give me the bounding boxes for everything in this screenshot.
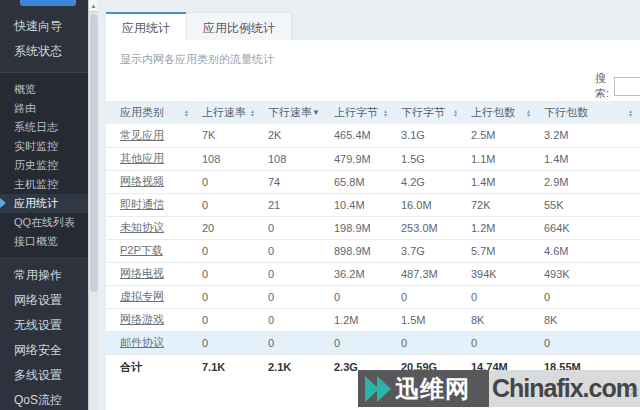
table-row[interactable]: 未知协议200198.9M253.0M1.2M664K: [106, 216, 640, 239]
sort-both-icon: ▴▾: [384, 109, 387, 117]
sidebar-item-label: 应用统计: [14, 197, 58, 209]
value-cell: 0: [196, 285, 262, 308]
value-cell: 55K: [538, 193, 640, 216]
watermark-domain-area: Chinafix.com 大: [489, 370, 640, 407]
watermark: 迅维网 Chinafix.com 大: [358, 370, 640, 407]
value-cell: 0: [395, 331, 465, 354]
sidebar-item-app-statistics[interactable]: 应用统计: [0, 194, 88, 213]
column-label: 下行包数: [544, 105, 588, 120]
value-cell: 1.4M: [465, 170, 538, 193]
scrollbar-thumb[interactable]: [90, 14, 98, 292]
sidebar-item-label: 系统状态: [14, 44, 62, 58]
value-cell: 2K: [262, 124, 328, 147]
app-category-link[interactable]: 即时通信: [120, 198, 164, 210]
sidebar-item-host-monitor[interactable]: 主机监控: [0, 175, 88, 194]
value-cell: 0: [196, 239, 262, 262]
sidebar-item-label: 快速向导: [14, 19, 62, 33]
column-header-1[interactable]: 上行速率▴▾: [196, 101, 262, 124]
table-row[interactable]: 网络视频07465.8M4.2G1.4M2.9M: [106, 170, 640, 193]
table-row[interactable]: 即时通信02110.4M16.0M72K55K: [106, 193, 640, 216]
app-category-link[interactable]: 网络游戏: [120, 313, 164, 325]
content-card: 显示内网各应用类别的流量统计 搜索: 应用类别▴▾上行速率▴▾下行速率▼上行字节…: [106, 40, 640, 410]
app-category-cell: 网络游戏: [106, 308, 196, 331]
sidebar-item-routing[interactable]: 路由: [0, 99, 88, 118]
table-row[interactable]: 虚拟专网000000: [106, 285, 640, 308]
sidebar-nav: 快速向导系统状态概览路由系统日志实时监控历史监控主机监控应用统计QQ在线列表接口…: [0, 0, 88, 410]
value-cell: 0: [196, 308, 262, 331]
app-category-link[interactable]: 常见应用: [120, 129, 164, 141]
sidebar-top-button[interactable]: [20, 0, 76, 6]
sidebar-item-qq-online-list[interactable]: QQ在线列表: [0, 213, 88, 232]
sidebar-item-label: 网络安全: [14, 343, 62, 357]
value-cell: 0: [262, 216, 328, 239]
sidebar-item-system-log[interactable]: 系统日志: [0, 118, 88, 137]
sidebar-item-label: 多线设置: [14, 368, 62, 382]
app-category-link[interactable]: 虚拟专网: [120, 290, 164, 302]
sort-both-icon: ▴▾: [251, 109, 254, 117]
vertical-scrollbar[interactable]: ▲: [88, 0, 98, 410]
table-row[interactable]: 邮件协议000000: [106, 331, 640, 354]
sidebar-item-label: 常用操作: [14, 268, 62, 282]
sidebar-item-overview[interactable]: 概览: [0, 80, 88, 99]
sidebar-item-realtime-monitor[interactable]: 实时监控: [0, 137, 88, 156]
search-input[interactable]: [614, 77, 640, 96]
scroll-up-arrow-icon[interactable]: ▲: [89, 0, 98, 12]
sidebar-item-label: QoS流控: [14, 393, 62, 407]
sort-both-icon: ▴▾: [185, 109, 188, 117]
app-category-link[interactable]: 邮件协议: [120, 336, 164, 348]
value-cell: 0: [196, 170, 262, 193]
value-cell: 7K: [196, 124, 262, 147]
table-row[interactable]: 常见应用7K2K465.4M3.1G2.5M3.2M: [106, 124, 640, 147]
column-header-4[interactable]: 下行字节▴▾: [395, 101, 465, 124]
value-cell: 4.6M: [538, 239, 640, 262]
sidebar-item-qos-control[interactable]: QoS流控: [0, 388, 88, 410]
sidebar-item-network-settings[interactable]: 网络设置: [0, 288, 88, 313]
sort-both-icon: ▴▾: [454, 109, 457, 117]
value-cell: 16.0M: [395, 193, 465, 216]
sidebar-item-common-operations[interactable]: 常用操作: [0, 263, 88, 288]
sidebar-item-label: QQ在线列表: [14, 216, 75, 228]
tab-bar: 应用统计应用比例统计: [98, 0, 640, 45]
sidebar-item-multiline-settings[interactable]: 多线设置: [0, 363, 88, 388]
table-body: 常见应用7K2K465.4M3.1G2.5M3.2M其他应用108108479.…: [106, 124, 640, 354]
sidebar-item-label: 系统日志: [14, 121, 58, 133]
value-cell: 21: [262, 193, 328, 216]
value-cell: 1.1M: [465, 147, 538, 170]
column-label: 下行字节: [401, 105, 445, 120]
app-category-link[interactable]: P2P下载: [120, 244, 163, 256]
value-cell: 0: [328, 331, 395, 354]
app-category-link[interactable]: 其他应用: [120, 152, 164, 164]
sidebar-item-interface-overview[interactable]: 接口概览: [0, 232, 88, 251]
app-category-cell: 虚拟专网: [106, 285, 196, 308]
value-cell: 108: [196, 147, 262, 170]
column-header-5[interactable]: 上行包数▴▾: [465, 101, 538, 124]
watermark-corner-text: 大: [628, 384, 639, 399]
app-category-link[interactable]: 未知协议: [120, 221, 164, 233]
sidebar-item-quick-wizard[interactable]: 快速向导: [0, 14, 88, 39]
value-cell: 1.2M: [465, 216, 538, 239]
column-header-3[interactable]: 上行字节▴▾: [328, 101, 395, 124]
table-row[interactable]: P2P下载00898.9M3.7G5.7M4.6M: [106, 239, 640, 262]
value-cell: 3.1G: [395, 124, 465, 147]
sidebar-item-network-security[interactable]: 网络安全: [0, 338, 88, 363]
value-cell: 74: [262, 170, 328, 193]
column-header-6[interactable]: 下行包数▴▾: [538, 101, 640, 124]
column-header-0[interactable]: 应用类别▴▾: [106, 101, 196, 124]
sidebar-item-system-status[interactable]: 系统状态: [0, 39, 88, 64]
value-cell: 0: [538, 331, 640, 354]
table-row[interactable]: 其他应用108108479.9M1.5G1.1M1.4M: [106, 147, 640, 170]
value-cell: 0: [262, 285, 328, 308]
app-category-link[interactable]: 网络视频: [120, 175, 164, 187]
app-category-link[interactable]: 网络电视: [120, 267, 164, 279]
column-label: 上行包数: [471, 105, 515, 120]
sidebar-item-history-monitor[interactable]: 历史监控: [0, 156, 88, 175]
sidebar-item-label: 网络设置: [14, 293, 62, 307]
column-header-2[interactable]: 下行速率▼: [262, 101, 328, 124]
value-cell: 664K: [538, 216, 640, 239]
app-category-cell: 其他应用: [106, 147, 196, 170]
value-cell: 0: [465, 331, 538, 354]
table-row[interactable]: 网络游戏001.2M1.5M8K8K: [106, 308, 640, 331]
sidebar-item-wireless-settings[interactable]: 无线设置: [0, 313, 88, 338]
table-row[interactable]: 网络电视0036.2M487.3M394K493K: [106, 262, 640, 285]
value-cell: 0: [262, 262, 328, 285]
